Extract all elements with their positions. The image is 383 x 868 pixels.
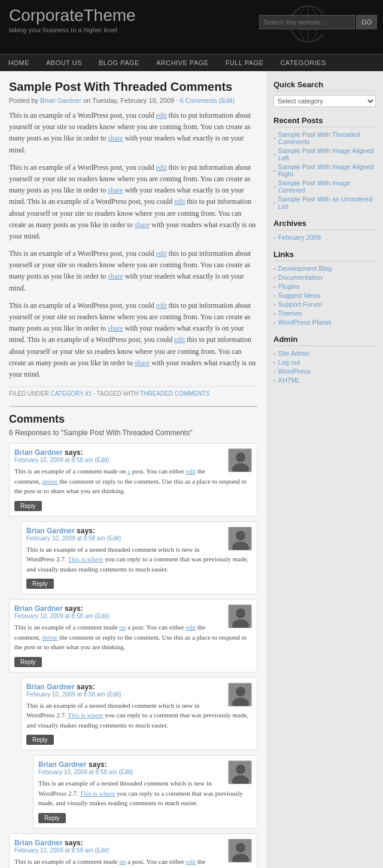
post-footer: FILED UNDER CATEGORY #1 · TAGGED WITH TH… [9,386,257,397]
list-item: XHTML [273,377,376,384]
comment-text-4: This is an example of a nested threaded … [26,701,252,731]
post-content: This is an example of a WordPress post, … [9,110,257,380]
links-section: Links Development Blog Documentation Plu… [273,250,376,326]
list-item: Suggest Ideas [273,292,376,299]
archives-section: Archives February 2009 [273,219,376,241]
tag-link[interactable]: THREADED COMMENTS [140,390,209,397]
admin-link-3[interactable]: WordPress [278,368,311,375]
post-paragraph-2: This is an example of a WordPress post, … [9,162,257,242]
link-1[interactable]: Development Blog [278,265,332,272]
main-nav: HOME ABOUT US BLOG PAGE ARCHIVE PAGE FUL… [0,54,383,71]
category-link[interactable]: CATEGORY #1 [50,390,92,397]
comments-title: Comments [9,406,257,426]
recent-post-link-4[interactable]: Sample Post With Image Centered [278,179,376,194]
sidebar: Quick Search Select category Recent Post… [266,71,383,868]
reply-button-3[interactable]: Reply [14,657,42,667]
search-button[interactable]: GO [356,15,377,29]
nav-categories[interactable]: CATEGORIES [272,54,334,71]
edit-link[interactable]: (Edit) [219,97,235,104]
comment-author-5: Brian Gardner says: [38,760,252,769]
list-item: Sample Post With Image Centered [273,179,376,194]
svg-point-15 [236,687,245,696]
reply-button-1[interactable]: Reply [14,501,42,511]
quick-search-section: Quick Search Select category [273,80,376,107]
link-4[interactable]: Suggest Ideas [278,292,320,299]
post: Sample Post With Threaded Comments Poste… [9,80,257,397]
reply-button-2[interactable]: Reply [26,579,54,589]
avatar-4 [228,683,252,707]
avatar-6 [228,839,252,863]
admin-link-1[interactable]: Site Admin [278,350,310,357]
link-7[interactable]: WordPress Planet [278,319,331,326]
comments-link[interactable]: 6 Comments [180,97,217,104]
recent-post-link-2[interactable]: Sample Post With Image Aligned Left [278,147,376,161]
comment-text-6: This is an example of a comment made on … [14,857,252,868]
recent-post-link-5[interactable]: Sample Post With an Unordered List [278,195,376,210]
post-author-link[interactable]: Brian Gardner [40,97,81,104]
search-input[interactable] [259,15,355,29]
nav-about[interactable]: ABOUT US [38,54,90,71]
recent-posts-section: Recent Posts Sample Post With Threaded C… [273,116,376,210]
admin-link-2[interactable]: Log out [278,359,300,366]
avatar-3 [228,604,252,628]
post-paragraph-4: This is an example of a WordPress post, … [9,300,257,380]
comment-date-3: February 10, 2009 at 8:58 am (Edit) [14,613,252,619]
archive-link-1[interactable]: February 2009 [278,234,321,241]
comment-6: Brian Gardner says: February 10, 2009 at… [9,833,257,868]
list-item: Documentation [273,274,376,281]
links-title: Links [273,250,376,261]
links-list: Development Blog Documentation Plugins S… [273,265,376,326]
recent-posts-list: Sample Post With Threaded Comments Sampl… [273,131,376,210]
site-header: CorporateTheme taking your business to a… [0,0,383,54]
post-paragraph-3: This is an example of a WordPress post, … [9,248,257,294]
link-6[interactable]: Themes [278,310,302,317]
comment-author-2: Brian Gardner says: [26,527,252,535]
list-item: Site Admin [273,350,376,357]
avatar-1 [228,448,252,472]
comment-date-6: February 10, 2009 at 8:59 am (Edit) [14,847,252,854]
list-item: Sample Post With an Unordered List [273,195,376,210]
comment-3: Brian Gardner says: February 10, 2009 at… [9,599,257,673]
category-select[interactable]: Select category [273,95,376,107]
comment-text-2: This is an example of a nested threaded … [26,545,252,574]
comment-1: Brian Gardner says: February 10, 2009 at… [9,443,257,516]
recent-post-link-1[interactable]: Sample Post With Threaded Comments [278,131,376,145]
nav-blog[interactable]: BLOG PAGE [90,54,148,71]
title-main: Corporate [9,6,84,25]
admin-list: Site Admin Log out WordPress XHTML [273,350,376,384]
list-item: Log out [273,359,376,366]
comment-5: Brian Gardner says: February 10, 2009 at… [33,755,257,829]
nav-archive[interactable]: ARCHIVE PAGE [148,54,217,71]
nav-fullpage[interactable]: FULL PAGE [217,54,272,71]
comment-date-5: February 10, 2009 at 8:58 am (Edit) [38,769,252,775]
comment-author-1: Brian Gardner says: [14,448,252,457]
comment-4: Brian Gardner says: February 10, 2009 at… [21,677,257,751]
comment-author-6: Brian Gardner says: [14,839,252,847]
recent-post-link-3[interactable]: Sample Post With Image Aligned Right [278,163,376,178]
comments-count: 6 Responses to "Sample Post With Threade… [9,429,257,437]
post-title: Sample Post With Threaded Comments [9,80,257,94]
link-5[interactable]: Support Forum [278,301,322,308]
list-item: Sample Post With Threaded Comments [273,131,376,145]
comments-section: Comments 6 Responses to "Sample Post Wit… [9,406,257,868]
comment-author-3: Brian Gardner says: [14,604,252,613]
avatar-5 [228,760,252,784]
svg-point-18 [236,765,245,774]
main-content: Sample Post With Threaded Comments Poste… [0,71,266,868]
comment-date-1: February 10, 2009 at 8:58 am (Edit) [14,457,252,463]
reply-button-5[interactable]: Reply [38,813,66,823]
post-meta: Posted by Brian Gardner on Tuesday, Febr… [9,97,257,104]
admin-section: Admin Site Admin Log out WordPress XHTML [273,335,376,384]
reply-button-4[interactable]: Reply [26,735,54,745]
link-3[interactable]: Plugins [278,283,300,290]
svg-point-12 [236,609,245,618]
list-item: Themes [273,310,376,317]
admin-link-4[interactable]: XHTML [278,377,300,384]
link-2[interactable]: Documentation [278,274,323,281]
list-item: Plugins [273,283,376,290]
nav-home[interactable]: HOME [0,54,38,71]
content-wrap: Sample Post With Threaded Comments Poste… [0,71,383,868]
svg-point-21 [236,843,245,852]
comment-text-1: This is an example of a comment made on … [14,466,252,496]
comment-date-4: February 10, 2009 at 8:58 am (Edit) [26,691,252,698]
